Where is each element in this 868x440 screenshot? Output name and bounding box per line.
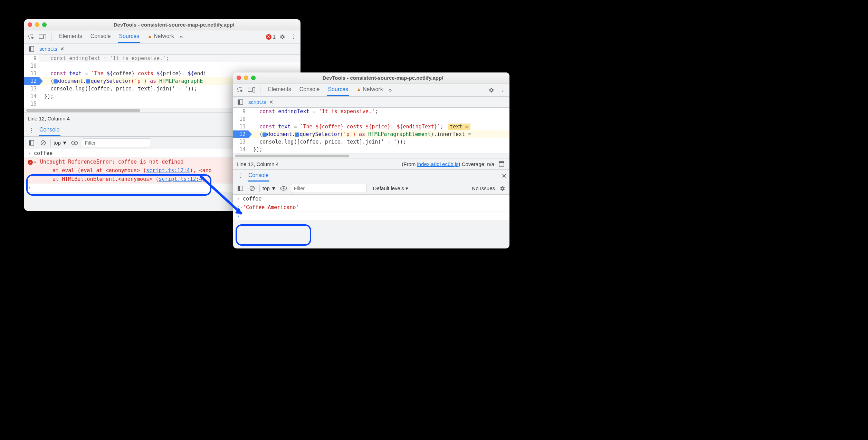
no-issues-label[interactable]: No Issues: [472, 185, 495, 191]
divider: [51, 33, 51, 41]
line-number: 10: [233, 115, 248, 123]
tab-network-label: Network: [363, 86, 383, 92]
inspect-icon[interactable]: [236, 86, 245, 95]
main-toolbar: Elements Console Sources ▲Network » ⋮: [233, 84, 509, 97]
stack-link[interactable]: script.ts:12:4: [146, 167, 190, 174]
svg-rect-15: [238, 100, 240, 105]
tab-elements[interactable]: Elements: [58, 30, 83, 43]
minimize-window-button[interactable]: [35, 22, 39, 27]
expand-icon[interactable]: ▸: [34, 159, 40, 165]
drawer-tabs: ⋮ Console ✕: [233, 170, 509, 182]
minimize-window-button[interactable]: [244, 76, 248, 80]
tab-elements[interactable]: Elements: [267, 84, 292, 96]
status-right: (From index.a8c1ec6b.js) Coverage: n/a: [402, 161, 494, 167]
filter-input[interactable]: [291, 184, 367, 193]
original-source-link[interactable]: index.a8c1ec6b.js: [417, 161, 459, 167]
svg-point-10: [74, 142, 75, 144]
hscrollbar[interactable]: [233, 153, 509, 158]
clear-console-icon[interactable]: [248, 184, 257, 193]
titlebar[interactable]: DevTools - consistent-source-map-pc.netl…: [24, 19, 301, 30]
live-expression-icon[interactable]: [70, 138, 79, 147]
line-number-current: 12: [24, 77, 39, 85]
warning-icon: ▲: [147, 33, 152, 39]
execution-context[interactable]: top ▼: [263, 185, 276, 191]
close-tab-icon[interactable]: ✕: [269, 99, 274, 105]
return-icon: ‹·: [237, 204, 243, 211]
device-icon[interactable]: [38, 32, 47, 41]
stack-link[interactable]: script.ts:12:4: [159, 176, 202, 182]
code-line: [39, 62, 301, 70]
file-tab-script[interactable]: script.ts ✕: [248, 99, 274, 105]
error-icon: ✕: [28, 159, 34, 165]
more-tabs-button[interactable]: »: [177, 32, 186, 41]
filter-input[interactable]: [82, 138, 151, 147]
tab-network[interactable]: ▲Network: [147, 30, 175, 43]
svg-rect-1: [39, 35, 44, 38]
svg-rect-17: [499, 162, 504, 163]
device-icon[interactable]: [247, 86, 256, 95]
inline-value-chip: text =: [448, 124, 470, 130]
svg-rect-6: [29, 140, 31, 145]
titlebar[interactable]: DevTools - consistent-source-map-pc.netl…: [233, 72, 509, 84]
execution-context[interactable]: top ▼: [54, 140, 67, 146]
drawer-menu-icon[interactable]: ⋮: [27, 126, 36, 135]
code-line: const endingText = 'It is expensive.';: [248, 108, 509, 115]
settings-icon[interactable]: [487, 86, 496, 95]
close-tab-icon[interactable]: ✕: [60, 46, 65, 52]
coverage-toggle-icon[interactable]: [497, 159, 506, 168]
clear-console-icon[interactable]: [39, 138, 48, 147]
tab-network[interactable]: ▲Network: [356, 84, 384, 96]
zoom-window-button[interactable]: [42, 22, 47, 27]
zoom-window-button[interactable]: [251, 76, 256, 80]
code-line-current: (document.querySelector('p') as HTMLPara…: [248, 130, 509, 138]
warning-icon: ▲: [356, 87, 361, 92]
live-expression-icon[interactable]: [279, 184, 288, 193]
settings-icon[interactable]: [278, 32, 287, 41]
error-badge[interactable]: ✕ 1: [266, 34, 276, 40]
panel-tabs: Elements Console Sources ▲Network: [58, 30, 175, 43]
window-title: DevTools - consistent-source-map-pc.netl…: [260, 75, 506, 81]
traffic-lights[interactable]: [237, 76, 256, 80]
tab-sources[interactable]: Sources: [118, 30, 140, 43]
traffic-lights[interactable]: [28, 22, 47, 27]
line-number: 14: [233, 146, 248, 153]
console-messages[interactable]: › coffee ‹· 'Coffee Americano' ›: [233, 195, 509, 220]
line-number-current: 12: [233, 130, 248, 138]
navigator-toggle-icon[interactable]: [236, 98, 245, 107]
console-prompt[interactable]: ›: [233, 212, 509, 220]
source-editor[interactable]: 9 const endingText = 'It is expensive.';…: [233, 108, 509, 158]
drawer-tab-console[interactable]: Console: [39, 125, 60, 136]
sidebar-toggle-icon[interactable]: [27, 138, 36, 147]
log-level-select[interactable]: Default levels ▾: [373, 185, 408, 192]
inspect-icon[interactable]: [27, 32, 36, 41]
kebab-menu-icon[interactable]: ⋮: [289, 32, 298, 41]
close-window-button[interactable]: [237, 76, 241, 80]
tab-sources[interactable]: Sources: [327, 84, 349, 96]
sidebar-toggle-icon[interactable]: [236, 184, 245, 193]
more-tabs-button[interactable]: »: [386, 86, 395, 95]
drawer-menu-icon[interactable]: ⋮: [236, 172, 245, 180]
close-window-button[interactable]: [28, 22, 32, 27]
hscroll-thumb[interactable]: [235, 155, 349, 157]
chevron-down-icon: ▾: [406, 185, 408, 192]
code-line: console.log([coffee, price, text].join('…: [248, 138, 509, 146]
hscroll-thumb[interactable]: [26, 109, 140, 112]
line-number: 14: [24, 92, 39, 100]
panel-tabs: Elements Console Sources ▲Network: [267, 84, 384, 96]
console-input-row: › coffee: [233, 195, 509, 203]
error-icon: ✕: [266, 34, 271, 40]
file-tab-script[interactable]: script.ts ✕: [39, 46, 65, 52]
line-number: 10: [24, 62, 39, 70]
svg-rect-19: [238, 186, 240, 191]
drawer-tab-console[interactable]: Console: [248, 170, 269, 182]
line-number: 13: [233, 138, 248, 146]
tab-console[interactable]: Console: [90, 30, 112, 43]
file-tab-label: script.ts: [248, 99, 266, 105]
tab-console[interactable]: Console: [299, 84, 321, 96]
navigator-toggle-icon[interactable]: [27, 45, 36, 53]
console-settings-icon[interactable]: [498, 184, 507, 193]
kebab-menu-icon[interactable]: ⋮: [498, 86, 507, 95]
close-drawer-icon[interactable]: ✕: [502, 172, 507, 180]
cursor: [34, 185, 34, 190]
svg-point-23: [283, 187, 284, 189]
